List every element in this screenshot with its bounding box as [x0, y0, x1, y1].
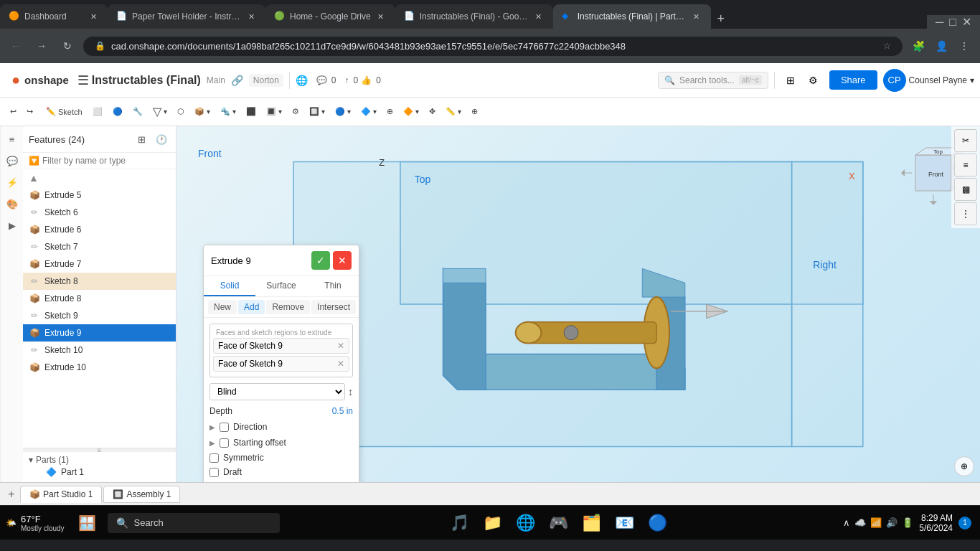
- volume-icon[interactable]: 🔊: [886, 517, 897, 528]
- list-item-sketch6[interactable]: ✏ Sketch 6: [23, 204, 176, 221]
- list-item-sketch7[interactable]: ✏ Sketch 7: [23, 238, 176, 255]
- shape-button-13[interactable]: 🔶▾: [399, 104, 423, 119]
- list-item-sketch10[interactable]: ✏ Sketch 10: [23, 342, 176, 359]
- tab-paper[interactable]: 📄 Paper Towel Holder - Instruc... ✕: [108, 4, 265, 29]
- minimize-button[interactable]: ─: [936, 16, 943, 29]
- curve-button[interactable]: 🔵: [108, 104, 127, 119]
- url-bar[interactable]: 🔒 cad.onshape.com/documents/1a098baf265c…: [83, 37, 903, 56]
- direction-row[interactable]: ▶ Direction: [209, 419, 353, 435]
- shape-button-6[interactable]: ⬛: [242, 104, 260, 119]
- comments-side-icon[interactable]: 💬: [2, 151, 22, 171]
- taskbar-app-edge[interactable]: 🌐: [509, 507, 541, 539]
- shape-button-10[interactable]: 🔵▾: [331, 104, 355, 119]
- taskbar-app-music[interactable]: 🎵: [443, 507, 475, 539]
- tab-close-paper[interactable]: ✕: [245, 11, 257, 22]
- simulation-icon[interactable]: ▶: [2, 215, 22, 235]
- list-item-extrude6[interactable]: 📦 Extrude 6: [23, 221, 176, 238]
- viewport-section-button[interactable]: ✂: [954, 129, 977, 152]
- taskbar-search-box[interactable]: 🔍 Search: [108, 513, 280, 533]
- list-item-sketch8[interactable]: ✏ Sketch 8: [23, 273, 176, 290]
- taskbar-clock[interactable]: 8:29 AM 5/6/2024: [919, 513, 953, 533]
- profile-button[interactable]: 👤: [931, 36, 951, 56]
- draft-checkbox[interactable]: [209, 468, 219, 477]
- tab-part-studio[interactable]: 📦 Part Studio 1: [20, 486, 102, 503]
- depth-value[interactable]: 0.5 in: [332, 406, 353, 416]
- subtab-intersect[interactable]: Intersect: [311, 300, 356, 314]
- new-tab-button[interactable]: +: [711, 9, 731, 29]
- list-item-extrude9[interactable]: 📦 Extrude 9: [23, 324, 176, 342]
- tab-close-ip[interactable]: ✕: [691, 11, 702, 22]
- taskbar-app-chrome[interactable]: 🔵: [641, 507, 673, 539]
- back-button[interactable]: ←: [6, 36, 26, 56]
- subtab-remove[interactable]: Remove: [266, 300, 310, 314]
- faces-container[interactable]: Faces and sketch regions to extrude Face…: [209, 324, 353, 377]
- face-remove-2[interactable]: ✕: [337, 359, 344, 369]
- taskbar-app-files[interactable]: 📁: [476, 507, 508, 539]
- shape-button-5[interactable]: 🔩▾: [216, 104, 240, 119]
- settings-button[interactable]: ⚙: [804, 70, 824, 90]
- add-tab-button[interactable]: +: [3, 486, 20, 503]
- hamburger-menu[interactable]: ☰: [77, 72, 89, 88]
- variables-icon[interactable]: ⚡: [2, 172, 22, 192]
- list-item-sketch9[interactable]: ✏ Sketch 9: [23, 307, 176, 324]
- measure-button[interactable]: 📏▾: [441, 104, 466, 119]
- tab-surface[interactable]: Surface: [255, 276, 307, 296]
- taskbar-app-teams[interactable]: 🎮: [542, 507, 574, 539]
- wifi-icon[interactable]: 📶: [870, 517, 882, 528]
- extrude-ok-button[interactable]: ✓: [311, 251, 330, 270]
- maximize-button[interactable]: □: [949, 16, 956, 29]
- share-button[interactable]: Share: [829, 70, 877, 90]
- globe-icon[interactable]: 🌐: [296, 75, 308, 86]
- tab-drive[interactable]: 🟢 Home - Google Drive ✕: [265, 4, 395, 29]
- search-tools-box[interactable]: 🔍 Search tools... alt/~c: [658, 72, 768, 89]
- crosshair-button[interactable]: ⊕: [467, 104, 482, 119]
- tab-instructables-final[interactable]: 📄 Instructables (Final) - Googl... ✕: [395, 4, 553, 29]
- menu-button[interactable]: ⋮: [954, 36, 974, 56]
- list-item-extrude8[interactable]: 📦 Extrude 8: [23, 290, 176, 307]
- close-browser-button[interactable]: ✕: [962, 15, 971, 29]
- star-icon[interactable]: ☆: [883, 41, 891, 51]
- blind-select[interactable]: Blind Through All Up to Face: [209, 383, 345, 400]
- taskbar-app-mail[interactable]: 📧: [608, 507, 640, 539]
- filter-input[interactable]: [42, 156, 170, 166]
- symmetric-checkbox[interactable]: [209, 453, 219, 463]
- list-item-extrude7[interactable]: 📦 Extrude 7: [23, 255, 176, 273]
- tab-instructables-part[interactable]: ◆ Instructables (Final) | Part St... ✕: [553, 4, 711, 29]
- subtab-add[interactable]: Add: [238, 300, 265, 314]
- weather-widget[interactable]: 🌤️ 67°F Mostly cloudy: [0, 514, 70, 532]
- onedrive-icon[interactable]: ☁️: [854, 517, 866, 528]
- tab-dashboard[interactable]: 🟠 Dashboard ✕: [0, 4, 108, 29]
- features-clock-button[interactable]: 🕐: [153, 131, 170, 148]
- tab-close-drive[interactable]: ✕: [375, 11, 387, 22]
- notification-badge[interactable]: 1: [958, 517, 971, 529]
- starting-offset-row[interactable]: ▶ Starting offset: [209, 435, 353, 451]
- viewport-more-button[interactable]: ⋮: [954, 202, 977, 225]
- shape-button-2[interactable]: ▽▾: [149, 102, 171, 121]
- extensions-button[interactable]: 🧩: [908, 36, 928, 56]
- starting-offset-checkbox[interactable]: [220, 438, 229, 448]
- features-icon[interactable]: ≡: [2, 129, 22, 149]
- undo-button[interactable]: ↩: [6, 104, 21, 119]
- extrude-cancel-button[interactable]: ✕: [333, 251, 352, 270]
- link-icon[interactable]: 🔗: [231, 75, 243, 86]
- redo-button[interactable]: ↪: [22, 104, 37, 119]
- user-menu[interactable]: CP Counsel Payne ▾: [880, 69, 974, 92]
- viewport-fullscreen-button[interactable]: ⊕: [954, 456, 974, 476]
- start-button[interactable]: 🪟: [70, 506, 105, 540]
- viewport-shading-button[interactable]: ▩: [954, 178, 977, 201]
- shape-button-9[interactable]: 🔲▾: [305, 104, 329, 119]
- tab-assembly[interactable]: 🔲 Assembly 1: [103, 486, 180, 503]
- features-plus-button[interactable]: ⊞: [133, 131, 150, 148]
- sketch-button[interactable]: ✏️ Sketch: [42, 104, 87, 119]
- transform-button[interactable]: ✥: [425, 104, 440, 119]
- reload-button[interactable]: ↻: [57, 36, 77, 56]
- forward-button[interactable]: →: [32, 36, 52, 56]
- face-remove-1[interactable]: ✕: [337, 341, 344, 351]
- shape-button-12[interactable]: ⊕: [382, 104, 397, 119]
- shape-button-8[interactable]: ⚙: [288, 104, 303, 119]
- shape-button-4[interactable]: 📦▾: [190, 104, 215, 119]
- list-item[interactable]: ▲: [23, 169, 176, 187]
- grid-view-button[interactable]: ⊞: [781, 70, 801, 90]
- shape-button-3[interactable]: ⬡: [173, 104, 189, 119]
- part-item-1[interactable]: 🔷 Part 1: [29, 465, 170, 479]
